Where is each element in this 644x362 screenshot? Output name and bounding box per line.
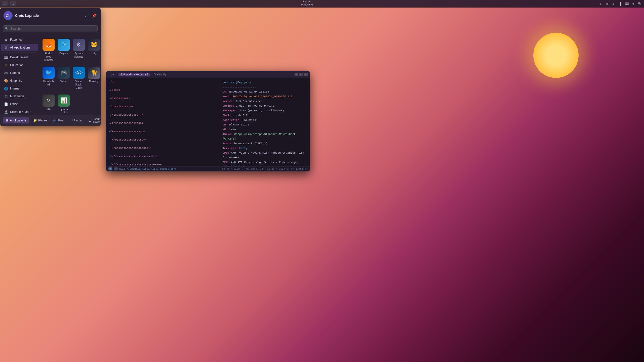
term-close-btn[interactable]: ✕	[304, 73, 308, 76]
nav-label-education: Education	[10, 63, 23, 67]
volume-icon[interactable]: ♪	[611, 2, 616, 6]
tab-apps-label: Applications	[10, 119, 26, 122]
app-item[interactable]: 🐱kitty	[87, 37, 101, 64]
app-icon: 🦊	[43, 39, 55, 51]
app-item[interactable]: ⚙System Settings	[72, 37, 86, 64]
nav-item-graphics[interactable]: 🎨 Graphics	[1, 77, 38, 84]
search-taskbar-icon[interactable]: 🔍	[637, 2, 642, 6]
sleep-label: Sleep	[57, 119, 64, 122]
app-icon: 🐱	[88, 39, 100, 51]
term-tab-1[interactable]: 1:~	[108, 73, 116, 76]
info-icons-val: breeze-dark [GTK2/3]	[234, 142, 267, 145]
term-tab-2[interactable]: 2:~/.local/share/chezmoi	[118, 73, 150, 76]
app-item[interactable]: 📊System Monitor	[57, 93, 71, 115]
taskbar-btn-left1[interactable]: ...	[2, 1, 8, 6]
taskbar-time: 13:51	[303, 1, 311, 4]
tab-places-icon: 📁	[33, 119, 37, 122]
info-de-val: Plasma 6.1.2	[229, 123, 249, 126]
nvim-cmd-prefix: nvim	[119, 168, 125, 170]
keyboard-icon[interactable]: ⌨	[624, 2, 629, 6]
info-shell: Shell: fish 3.7.1	[223, 113, 306, 118]
nav-item-multimedia[interactable]: 🎵 Multimedia	[1, 93, 38, 100]
mode-badge: 1	[108, 167, 112, 170]
nav-label-office: Office	[10, 102, 18, 106]
nav-label-favorites: Favorites	[10, 38, 22, 41]
info-shell-val: fish 3.7.1	[234, 114, 251, 117]
app-item[interactable]: 🐈NeoKitty	[87, 65, 101, 92]
terminal-titlebar: 1:~ 2:~/.local/share/chezmoi 3:~/.config…	[106, 71, 310, 78]
app-label: System Settings	[73, 52, 85, 58]
app-item[interactable]: 🦊Firefox Web Browser	[42, 37, 56, 64]
avatar: CL	[4, 11, 13, 20]
info-resolution: Resolution: 644x362	[223, 118, 306, 123]
app-label: Firefox Web Browser	[43, 52, 55, 62]
app-menu: CL Chris Laprade ⇄ 📌 🔍 ★ Favorites ⊞ All…	[0, 8, 101, 126]
info-os: OS: EndeavourOS Linux x86_64	[223, 89, 306, 94]
taskbar-btn-left2[interactable]: ...	[10, 1, 16, 6]
multimedia-icon: 🎵	[4, 94, 8, 98]
search-bar: 🔍	[0, 23, 101, 34]
timing1: 867ms < 2024-07-07 13:48:23	[222, 168, 263, 170]
terminal-window: 1:~ 2:~/.local/share/chezmoi 3:~/.config…	[106, 71, 310, 171]
info-uptime: Uptime: 1 day, 15 hours, 9 mins	[223, 104, 306, 108]
app-icon: 📊	[58, 95, 70, 107]
chevron-icon[interactable]: ‹›	[631, 2, 635, 6]
app-item[interactable]: VVIA	[42, 93, 56, 115]
app-label: VIA	[47, 108, 51, 111]
info-gpu1: GPU: AMD ATI Radeon Vega Series / Radeon…	[223, 160, 306, 166]
nav-label-graphics: Graphics	[10, 79, 22, 82]
nav-item-all-applications[interactable]: ⊞ All Applications	[1, 44, 38, 51]
tab-applications[interactable]: ⊞ Applications	[3, 117, 29, 123]
restart-button[interactable]: ↺ Restart	[68, 116, 85, 124]
nav-item-office[interactable]: 📄 Office	[1, 100, 38, 108]
cmd-badge: 1	[114, 167, 117, 170]
taskbar-clock: 13:51 2024-07-07	[301, 1, 313, 7]
app-item[interactable]: 🐦Thunderbird	[42, 65, 56, 92]
info-host: Host: ROG Zephyrus G14 GA401IV_GA401IV 1…	[223, 94, 306, 99]
term-minimize-btn[interactable]: ─	[295, 73, 298, 76]
header-switch-btn[interactable]: ⇄	[84, 13, 89, 18]
app-label: Visual Studio Code	[73, 80, 85, 89]
term-tab-3[interactable]: 3:~/.config	[152, 73, 168, 76]
app-item[interactable]: </>Visual Studio Code	[72, 65, 86, 92]
sun-decoration	[533, 33, 579, 78]
battery-icon[interactable]: ▐	[618, 2, 622, 6]
neofetch-info: rootiest@Zephyrus -------------------- O…	[219, 78, 310, 166]
info-kernel-val: 6.9.8-zen1-1-zen	[236, 100, 263, 103]
info-uptime-val: 1 day, 15 hours, 9 mins	[236, 104, 274, 107]
info-res-val: 644x362	[243, 119, 257, 122]
nav-label-games: Games	[10, 71, 20, 75]
nav-item-favorites[interactable]: ★ Favorites	[1, 36, 38, 43]
app-menu-header: CL Chris Laprade ⇄ 📌	[0, 8, 101, 23]
sleep-icon: 💤	[53, 119, 56, 122]
term-maximize-btn[interactable]: □	[299, 73, 303, 76]
network-icon[interactable]: ⊹	[598, 2, 603, 6]
nav-item-education[interactable]: 🎓 Education	[1, 61, 38, 69]
search-input[interactable]	[3, 25, 98, 32]
nav-item-internet[interactable]: 🌐 Internet	[1, 85, 38, 92]
sidebar-nav: ★ Favorites ⊞ All Applications ⌨ Develop…	[0, 34, 39, 115]
tab-places[interactable]: 📁 Places	[30, 117, 50, 123]
menu-body: ★ Favorites ⊞ All Applications ⌨ Develop…	[0, 34, 101, 115]
app-icon: ⚙	[73, 39, 85, 51]
sleep-button[interactable]: 💤 Sleep	[50, 116, 67, 124]
taskbar-right: ⊹ ◈ ♪ ▐ ⌨ ‹› 🔍	[598, 2, 642, 6]
app-label: Thunderbird	[43, 80, 55, 86]
shutdown-button[interactable]: ⏻ Shut Down	[86, 116, 101, 124]
header-pin-btn[interactable]: 📌	[91, 13, 97, 18]
info-os-val: EndeavourOS Linux x86_64	[229, 90, 269, 93]
nav-item-games[interactable]: 🎮 Games	[1, 69, 38, 77]
education-icon: 🎓	[4, 63, 8, 67]
timing1-val: 867ms	[222, 168, 230, 170]
info-cpu: CPU: AMD Ryzen 9 4900HS with Radeon Grap…	[223, 151, 306, 160]
nav-item-science-math[interactable]: 🔬 Science & Math	[1, 108, 38, 115]
nav-label-development: Development	[10, 56, 28, 59]
app-item[interactable]: 🐬Dolphin	[57, 37, 71, 64]
bluetooth-icon[interactable]: ◈	[605, 2, 609, 6]
app-item[interactable]: 🎮Steam	[57, 65, 71, 92]
nav-item-development[interactable]: ⌨ Development	[1, 54, 38, 61]
hostname-text: rootiest@Zephyrus	[223, 81, 251, 84]
info-packages: Packages: 2412 (pacman), 24 (flatpak)	[223, 108, 306, 113]
graphics-icon: 🎨	[4, 79, 8, 83]
nvim-path[interactable]: ~/.config/kitty/kitty-themes.conf	[127, 168, 177, 170]
